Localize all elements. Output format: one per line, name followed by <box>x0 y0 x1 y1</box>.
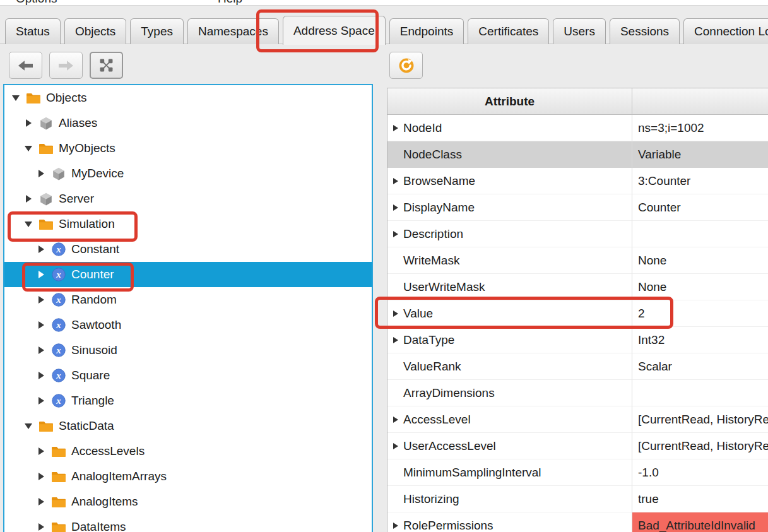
tree-expander[interactable] <box>11 95 20 101</box>
attribute-row-value[interactable]: Value2 <box>387 300 768 327</box>
tab-objects[interactable]: Objects <box>64 18 126 44</box>
row-expander[interactable] <box>391 310 400 317</box>
tree-item-myobjects[interactable]: MyObjects <box>4 136 372 161</box>
tree-expander[interactable] <box>37 473 45 480</box>
row-expander[interactable] <box>391 417 400 423</box>
attribute-row-datatype[interactable]: DataTypeInt32 <box>387 327 768 353</box>
tab-connection-log[interactable]: Connection Log <box>683 18 768 44</box>
tree-expander[interactable] <box>37 170 45 177</box>
attribute-row-nodeclass[interactable]: NodeClassVariable <box>387 141 768 168</box>
chevron-right-icon <box>393 417 398 423</box>
back-button[interactable] <box>9 52 42 79</box>
attribute-row-arraydimensions[interactable]: ArrayDimensions <box>387 380 768 406</box>
tab-types[interactable]: Types <box>130 18 184 44</box>
attribute-row-accesslevel[interactable]: AccessLevel[CurrentRead, HistoryRead] <box>387 406 768 433</box>
tab-label: Endpoints <box>400 25 454 38</box>
tree-item-square[interactable]: Square <box>4 363 372 388</box>
tree-item-counter[interactable]: Counter <box>4 262 372 287</box>
tree-item-sawtooth[interactable]: Sawtooth <box>4 312 372 338</box>
folder-icon <box>27 91 40 105</box>
attribute-value: Variable <box>638 148 681 162</box>
attribute-row-displayname[interactable]: DisplayNameCounter <box>387 194 768 221</box>
tab-label: Address Space <box>293 24 375 38</box>
tab-sessions[interactable]: Sessions <box>610 18 680 44</box>
attribute-row-description[interactable]: Description <box>387 221 768 247</box>
row-expander[interactable] <box>391 523 400 529</box>
attribute-value-cell: 3:Counter <box>632 168 768 194</box>
tree-item-analogitemarrays[interactable]: AnalogItemArrays <box>4 464 372 489</box>
menu-item-help[interactable]: Help <box>218 0 242 6</box>
tree-item-dataitems[interactable]: DataItems <box>4 514 372 532</box>
tree-item-simulation[interactable]: Simulation <box>4 211 372 237</box>
attribute-value-cell: None <box>632 274 768 300</box>
refresh-button[interactable] <box>389 52 423 79</box>
tree-expander[interactable] <box>24 423 33 429</box>
tree-item-objects[interactable]: Objects <box>4 85 372 110</box>
address-space-tree-panel: ObjectsAliasesMyObjectsMyDeviceServerSim… <box>3 84 373 532</box>
chevron-right-icon <box>38 498 44 505</box>
tree-item-staticdata[interactable]: StaticData <box>4 413 372 439</box>
tree-item-sinusoid[interactable]: Sinusoid <box>4 338 372 363</box>
tree-expander[interactable] <box>37 271 45 278</box>
row-expander[interactable] <box>391 178 400 184</box>
chevron-right-icon <box>38 296 44 304</box>
attribute-row-browsename[interactable]: BrowseName3:Counter <box>387 168 768 194</box>
chevron-right-icon <box>38 346 44 354</box>
tab-certificates[interactable]: Certificates <box>468 18 549 44</box>
tab-address-space[interactable]: Address Space <box>283 16 386 45</box>
tree-expander[interactable] <box>24 222 33 227</box>
tree-item-random[interactable]: Random <box>4 287 372 312</box>
row-expander[interactable] <box>391 337 400 343</box>
attribute-row-minimumsamplinginterval[interactable]: MinimumSamplingInterval-1.0 <box>387 459 768 486</box>
tree-expander[interactable] <box>37 321 45 329</box>
menu-item-options[interactable]: Options <box>16 0 57 6</box>
tree-item-analogitems[interactable]: AnalogItems <box>4 489 372 514</box>
forward-button[interactable] <box>49 52 83 79</box>
attribute-row-historizing[interactable]: Historizingtrue <box>387 486 768 512</box>
tree-expander[interactable] <box>37 498 45 505</box>
tab-status[interactable]: Status <box>5 18 61 44</box>
tree-expander[interactable] <box>37 372 45 379</box>
row-expander[interactable] <box>391 443 400 449</box>
attribute-row-writemask[interactable]: WriteMaskNone <box>387 247 768 274</box>
row-expander[interactable] <box>391 125 400 131</box>
attribute-column-header[interactable]: Attribute <box>387 88 632 114</box>
tab-endpoints[interactable]: Endpoints <box>389 18 464 44</box>
tree-item-server[interactable]: Server <box>4 186 372 211</box>
value-column-header[interactable] <box>632 88 768 114</box>
tree-expander[interactable] <box>24 146 33 151</box>
tree-item-mydevice[interactable]: MyDevice <box>4 161 372 186</box>
attribute-row-valuerank[interactable]: ValueRankScalar <box>387 353 768 380</box>
row-expander[interactable] <box>391 204 400 211</box>
chevron-right-icon <box>393 125 398 131</box>
attribute-name-cell: Description <box>387 221 632 247</box>
attribute-row-userwritemask[interactable]: UserWriteMaskNone <box>387 274 768 300</box>
attribute-name-cell: DataType <box>387 327 632 353</box>
row-expander[interactable] <box>391 231 400 237</box>
tree-item-constant[interactable]: Constant <box>4 237 372 262</box>
tab-users[interactable]: Users <box>553 18 606 44</box>
attribute-value: ns=3;i=1002 <box>638 121 704 135</box>
attribute-name: ArrayDimensions <box>403 386 495 400</box>
tree-expander[interactable] <box>24 119 33 127</box>
highlight-references-button[interactable] <box>90 52 123 79</box>
attribute-name-cell: Value <box>387 300 632 327</box>
tab-namespaces[interactable]: Namespaces <box>187 18 279 44</box>
tree-expander[interactable] <box>37 523 45 531</box>
tree-item-accesslevels[interactable]: AccessLevels <box>4 439 372 464</box>
attribute-row-rolepermissions[interactable]: RolePermissionsBad_AttributeIdInvalid <box>387 512 768 532</box>
tree-expander[interactable] <box>37 296 45 304</box>
tree-expander[interactable] <box>24 195 33 203</box>
attributes-panel: Attribute NodeIdns=3;i=1002NodeClassVari… <box>385 84 768 532</box>
attribute-name-cell: ValueRank <box>387 353 632 380</box>
tree-item-aliases[interactable]: Aliases <box>4 110 372 136</box>
attribute-row-useraccesslevel[interactable]: UserAccessLevel[CurrentRead, HistoryRead… <box>387 433 768 459</box>
tree-expander[interactable] <box>37 447 45 455</box>
tree-expander[interactable] <box>37 245 45 253</box>
tree-expander[interactable] <box>37 346 45 354</box>
attribute-name-cell: MinimumSamplingInterval <box>387 459 632 486</box>
attribute-row-nodeid[interactable]: NodeIdns=3;i=1002 <box>387 115 768 141</box>
tree-item-triangle[interactable]: Triangle <box>4 388 372 413</box>
tree-item-label: Simulation <box>59 217 115 231</box>
tree-expander[interactable] <box>37 397 45 405</box>
